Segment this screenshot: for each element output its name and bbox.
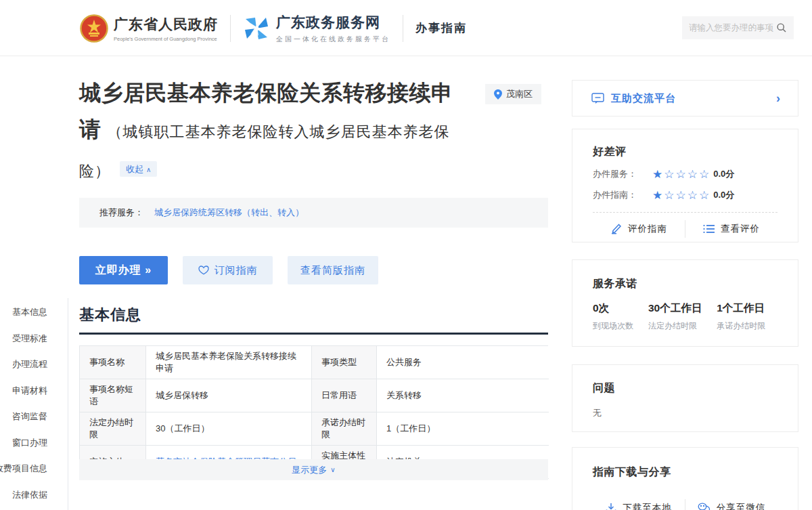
nav-item-legal-basis[interactable]: 法律依据 [0, 489, 68, 501]
header-divider-2 [403, 15, 403, 42]
download-share-card: 指南下载与分享 下载至本地 [572, 447, 798, 510]
table-value: 城乡居民基本养老保险关系转移接续申请 [146, 346, 312, 379]
wechat-share-label: 分享至微信 [717, 502, 766, 510]
table-label: 法定办结时限 [80, 412, 146, 446]
portal-logo-text[interactable]: 广东政务服务网 全国一体化在线政务服务平台 [276, 13, 390, 44]
table-value: 1（工作日） [377, 412, 549, 446]
question-content: 无 [593, 407, 777, 419]
page-title: 城乡居民基本养老保险关系转移接续申请 （城镇职工基本养老保险转入城乡居民基本养老… [79, 75, 465, 190]
rating-heading: 好差评 [593, 145, 777, 159]
apply-now-button[interactable]: 立即办理 » [79, 256, 168, 284]
wechat-share-button[interactable]: 分享至微信 [685, 502, 777, 510]
show-more-label: 显示更多 [292, 464, 327, 476]
page: 广东省人民政府 People's Government of Guangdong… [0, 0, 812, 510]
star-empty-icon: ☆ [699, 189, 710, 202]
collapse-label: 收起 [126, 164, 143, 174]
download-local-button[interactable]: 下载至本地 [593, 502, 685, 510]
rating-footer: 评价指南 查看评价 [593, 213, 777, 245]
caret-down-icon: ∨ [330, 466, 335, 473]
star-empty-icon: ☆ [676, 168, 687, 181]
list-icon [703, 224, 715, 234]
star-empty-icon: ☆ [687, 189, 699, 202]
portal-subtitle: 全国一体化在线政务服务平台 [276, 35, 390, 44]
search-icon[interactable] [776, 22, 787, 33]
nav-item-window-handling[interactable]: 窗口办理 [0, 437, 68, 449]
nav-item-basic-info[interactable]: 基本信息 [0, 306, 68, 318]
rating-row-guide: 办件指南： ★☆☆☆☆ 0.0分 [593, 189, 777, 201]
gov-logo-text[interactable]: 广东省人民政府 People's Government of Guangdong… [114, 15, 218, 42]
rating-row-label: 办件指南： [593, 189, 652, 201]
stat-value: 0次 [593, 301, 633, 316]
star-empty-icon: ☆ [699, 168, 710, 181]
chat-bubble-icon [591, 93, 604, 104]
table-label: 事项类型 [312, 346, 377, 379]
show-more-button[interactable]: 显示更多 ∨ [79, 459, 548, 480]
table-label: 日常用语 [312, 379, 377, 412]
simple-guide-button[interactable]: 查看简版指南 [288, 256, 378, 284]
download-local-label: 下载至本地 [623, 502, 672, 510]
question-card: 问题 无 [572, 364, 798, 432]
rating-score: 0.0分 [713, 168, 734, 180]
subscribe-guide-button[interactable]: 订阅指南 [183, 256, 273, 284]
wechat-icon [698, 503, 710, 510]
nav-item-fees[interactable]: 收费项目信息 [0, 463, 68, 475]
service-promise-card: 服务承诺 0次 到现场次数 30个工作日 法定办结时限 1个工作日 承诺办结时限 [572, 259, 798, 347]
evaluation-guide-label: 评价指南 [628, 223, 667, 235]
rating-card: 好差评 办件服务： ★☆☆☆☆ 0.0分 办件指南： ★☆☆☆☆ 0.0分 评价… [572, 129, 798, 242]
nav-item-acceptance-criteria[interactable]: 受理标准 [0, 333, 68, 345]
nav-item-consult-supervise[interactable]: 咨询监督 [0, 410, 68, 423]
stat-value: 30个工作日 [648, 301, 702, 316]
star-rating[interactable]: ★☆☆☆☆ [652, 169, 710, 180]
promise-stats: 0次 到现场次数 30个工作日 法定办结时限 1个工作日 承诺办结时限 [593, 301, 777, 332]
portal-logo-icon [243, 15, 270, 42]
search-input[interactable] [689, 23, 776, 33]
collapse-button[interactable]: 收起∧ [120, 161, 157, 177]
star-empty-icon: ☆ [676, 189, 687, 202]
help-platform-card[interactable]: 互助交流平台 › [572, 80, 798, 116]
table-label: 事项名称 [80, 346, 146, 379]
recommend-service-link[interactable]: 城乡居保跨统筹区转移（转出、转入） [154, 207, 304, 219]
table-label: 承诺办结时限 [312, 412, 377, 446]
share-footer: 下载至本地 分享至微信 [593, 492, 777, 510]
table-value: 公共服务 [377, 346, 549, 379]
star-rating[interactable]: ★☆☆☆☆ [652, 190, 710, 201]
header-divider [230, 15, 231, 42]
nav-item-process[interactable]: 办理流程 [0, 358, 68, 370]
page-section-label: 办事指南 [415, 20, 467, 36]
stat-visits: 0次 到现场次数 [593, 301, 633, 332]
recommend-bar: 推荐服务： 城乡居保跨统筹区转移（转出、转入） [79, 198, 548, 228]
service-promise-heading: 服务承诺 [593, 277, 777, 291]
star-filled-icon: ★ [652, 189, 664, 202]
view-evaluation-button[interactable]: 查看评价 [685, 223, 777, 235]
location-label: 茂南区 [506, 88, 533, 100]
basic-info-heading-text: 基本信息 [79, 306, 141, 323]
stat-label: 法定办结时限 [648, 320, 702, 332]
site-header: 广东省人民政府 People's Government of Guangdong… [0, 0, 812, 56]
national-emblem-icon [80, 14, 108, 43]
stat-label: 承诺办结时限 [717, 320, 765, 332]
stat-promised-limit: 1个工作日 承诺办结时限 [717, 301, 765, 332]
table-value: 关系转移 [377, 379, 549, 412]
star-empty-icon: ☆ [664, 189, 675, 202]
chevron-right-icon: › [776, 91, 780, 106]
rating-row-label: 办件服务： [593, 168, 652, 180]
star-filled-icon: ★ [652, 168, 664, 181]
nav-item-materials[interactable]: 申请材料 [0, 385, 68, 397]
download-icon [606, 503, 616, 510]
view-evaluation-label: 查看评价 [721, 223, 760, 235]
stat-value: 1个工作日 [717, 301, 765, 316]
gov-subtitle: People's Government of Guangdong Provinc… [114, 36, 218, 42]
caret-up-icon: ∧ [146, 166, 151, 173]
heart-icon [198, 265, 209, 275]
evaluation-guide-button[interactable]: 评价指南 [593, 223, 685, 235]
location-pin-icon [494, 89, 502, 100]
title-block: 城乡居民基本养老保险关系转移接续申请 （城镇职工基本养老保险转入城乡居民基本养老… [79, 75, 548, 190]
help-platform-label: 互助交流平台 [611, 92, 676, 105]
table-value: 城乡居保转移 [146, 379, 312, 412]
location-badge[interactable]: 茂南区 [485, 84, 541, 104]
question-heading: 问题 [593, 381, 777, 396]
subscribe-guide-label: 订阅指南 [215, 264, 258, 277]
basic-info-heading: 基本信息 [79, 305, 548, 335]
anchor-nav: 基本信息 受理标准 办理流程 申请材料 咨询监督 窗口办理 收费项目信息 法律依… [0, 298, 68, 510]
pencil-icon [610, 223, 622, 234]
